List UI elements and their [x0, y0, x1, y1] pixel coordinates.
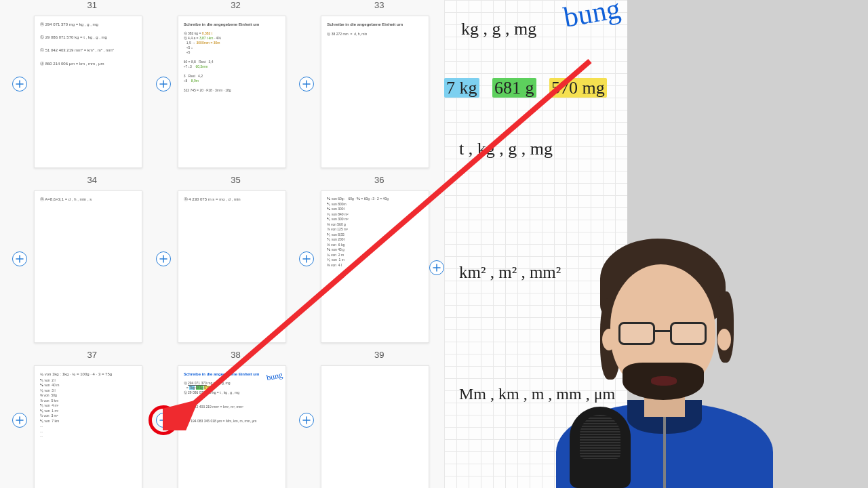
- page-thumbnails-panel: 31 ⓐ 294 071 370 mg = kg , g , mg ⓑ 29 0…: [0, 0, 444, 488]
- page-number: 35: [178, 175, 294, 185]
- heading-fragment-tiny: bung: [265, 369, 283, 385]
- plus-icon: [159, 255, 167, 263]
- page-number: 36: [321, 175, 437, 185]
- highlight-yellow: 570 mg: [549, 78, 607, 98]
- insert-page-button[interactable]: [299, 413, 314, 428]
- thumb-cell-32: 32 Schreibe in die angegebene Einheit um…: [178, 0, 294, 168]
- insert-page-button[interactable]: [299, 77, 314, 92]
- page-number: 33: [321, 0, 437, 10]
- page-thumbnail[interactable]: Schreibe in die angegebene Einheit um ⓐ …: [178, 16, 286, 168]
- preview-line: kg , g , mg: [461, 19, 536, 39]
- insert-page-button[interactable]: [12, 251, 27, 266]
- highlight-blue: 7 kg: [444, 78, 479, 98]
- preview-line: km² , m² , mm²: [459, 263, 561, 282]
- plus-icon: [302, 255, 311, 263]
- preview-line: t , kg , g , mg: [459, 139, 553, 159]
- plus-icon: [16, 80, 24, 88]
- microphone-icon: [570, 407, 631, 488]
- thumb-cell-39: 39: [321, 350, 437, 488]
- page-thumbnail[interactable]: ⓐ A=8,6×3,1 = d , h , min , s: [34, 190, 142, 343]
- insert-page-button[interactable]: [12, 413, 27, 428]
- plus-icon: [433, 264, 441, 272]
- plus-icon: [302, 80, 311, 88]
- plus-icon: [159, 80, 167, 88]
- plus-icon: [16, 416, 24, 424]
- insert-page-button[interactable]: [299, 251, 314, 266]
- insert-page-button[interactable]: [156, 413, 171, 428]
- thumb-cell-33: 33 Schreibe in die angegebene Einheit um…: [321, 0, 437, 168]
- thumb-cell-36: 36 ⅔ von 60g : 60g · ⅔ = 60g : 3 · 2 = 4…: [321, 175, 437, 343]
- page-thumbnail[interactable]: bung Schreibe in die angegebene Einheit …: [178, 365, 286, 488]
- thumb-cell-31: 31 ⓐ 294 071 370 mg = kg , g , mg ⓑ 29 0…: [34, 0, 151, 168]
- page-number: 32: [178, 0, 294, 10]
- plus-icon: [159, 416, 167, 424]
- page-number: 31: [34, 0, 151, 10]
- page-number: 34: [34, 175, 151, 185]
- highlight-green: 681 g: [492, 78, 536, 98]
- page-thumbnail[interactable]: [321, 365, 429, 488]
- presenter-webcam: [563, 244, 766, 488]
- page-number: 37: [34, 350, 151, 360]
- plus-icon: [302, 416, 311, 424]
- page-thumbnail[interactable]: ⓐ 4 230 075 m s = mo , d , min: [178, 190, 286, 343]
- page-number: 38: [178, 350, 294, 360]
- page-thumbnail[interactable]: ⓐ 294 071 370 mg = kg , g , mg ⓑ 29 086 …: [34, 16, 142, 168]
- plus-icon: [16, 255, 24, 263]
- page-number: 39: [321, 350, 437, 360]
- app-window: 31 ⓐ 294 071 370 mg = kg , g , mg ⓑ 29 0…: [0, 0, 648, 488]
- thumb-cell-35: 35 ⓐ 4 230 075 m s = mo , d , min: [178, 175, 294, 343]
- thumb-cell-38: 38 bung Schreibe in die angegebene Einhe…: [178, 350, 294, 488]
- insert-page-button[interactable]: [156, 251, 171, 266]
- thumb-cell-34: 34 ⓐ A=8,6×3,1 = d , h , min , s: [34, 175, 151, 343]
- preview-line-highlighted: 7 kg 681 g 570 mg: [444, 78, 607, 98]
- page-thumbnail[interactable]: ⅔ von 60g : 60g · ⅔ = 60g : 3 · 2 = 40g⅗…: [321, 190, 429, 343]
- insert-page-button[interactable]: [429, 260, 444, 275]
- insert-page-button[interactable]: [12, 77, 27, 92]
- page-thumbnail[interactable]: ¾ von 1kg : 1kg · ¾ = 100g · 4 · 3 = 75g…: [34, 365, 142, 488]
- glasses-icon: [618, 322, 707, 346]
- insert-page-button[interactable]: [156, 77, 171, 92]
- thumb-cell-37: 37 ¾ von 1kg : 1kg · ¾ = 100g · 4 · 3 = …: [34, 350, 151, 488]
- page-thumbnail[interactable]: Schreibe in die angegebene Einheit um ⓐ …: [321, 16, 429, 168]
